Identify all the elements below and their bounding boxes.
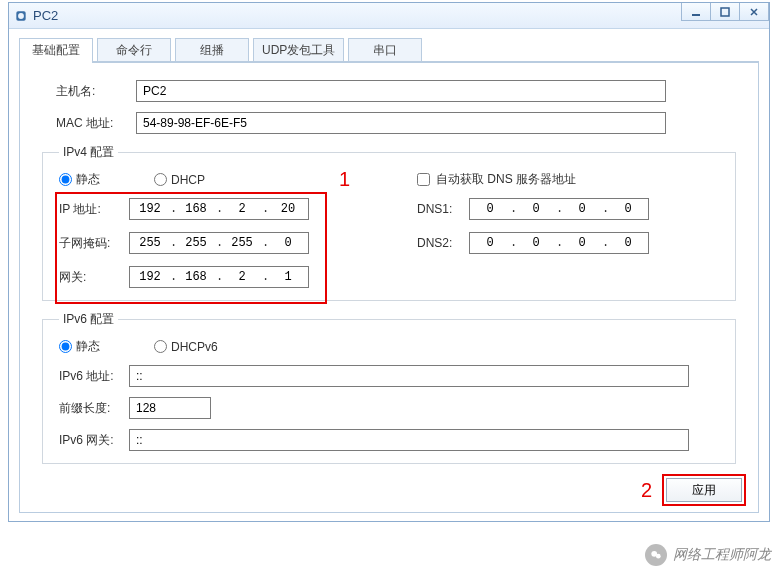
tab-strip: 基础配置 命令行 组播 UDP发包工具 串口 xyxy=(19,38,759,63)
mac-input[interactable] xyxy=(136,112,666,134)
ipv6-legend: IPv6 配置 xyxy=(59,311,118,328)
ipv6-addr-input[interactable] xyxy=(129,365,689,387)
watermark-text: 网络工程师阿龙 xyxy=(673,546,771,564)
gw-label: 网关: xyxy=(59,269,129,286)
dns1-input[interactable]: . . . xyxy=(469,198,649,220)
tab-udp[interactable]: UDP发包工具 xyxy=(253,38,344,62)
ipv4-static-radio[interactable]: 静态 xyxy=(59,171,100,188)
ipv4-grid: 1 IP 地址: . . . 子网掩码: xyxy=(59,198,719,288)
svg-point-3 xyxy=(656,554,661,559)
auto-dns-check[interactable]: 自动获取 DNS 服务器地址 xyxy=(417,171,576,188)
ipv4-group: IPv4 配置 静态 DHCP 自动获取 DNS 服务器地址 xyxy=(42,144,736,301)
dns2-input[interactable]: . . . xyxy=(469,232,649,254)
tab-multicast[interactable]: 组播 xyxy=(175,38,249,62)
mask-input[interactable]: . . . xyxy=(129,232,309,254)
maximize-button[interactable] xyxy=(710,3,740,21)
app-icon xyxy=(13,8,29,24)
ip-label: IP 地址: xyxy=(59,201,129,218)
ipv4-legend: IPv4 配置 xyxy=(59,144,118,161)
ipv6-prefix-input[interactable] xyxy=(129,397,211,419)
mac-label: MAC 地址: xyxy=(56,115,136,132)
svg-rect-0 xyxy=(692,14,700,16)
app-window: PC2 基础配置 命令行 组播 UDP发包工具 串口 主机名: xyxy=(8,2,770,522)
ipv6-gw-label: IPv6 网关: xyxy=(59,432,129,449)
tab-basic[interactable]: 基础配置 xyxy=(19,38,93,62)
marker-1: 1 xyxy=(339,168,350,191)
wechat-icon xyxy=(645,544,667,566)
client-area: 基础配置 命令行 组播 UDP发包工具 串口 主机名: MAC 地址: IPv4… xyxy=(9,29,769,521)
title-bar: PC2 xyxy=(9,3,769,29)
ipv6-group: IPv6 配置 静态 DHCPv6 IPv6 地址: 前缀长 xyxy=(42,311,736,464)
panel-basic: 主机名: MAC 地址: IPv4 配置 静态 DHCP xyxy=(19,61,759,513)
ipv6-dhcp-radio[interactable]: DHCPv6 xyxy=(154,340,218,354)
close-button[interactable] xyxy=(739,3,769,21)
marker-2: 2 xyxy=(641,479,652,502)
ip-input[interactable]: . . . xyxy=(129,198,309,220)
svg-rect-1 xyxy=(721,8,729,16)
ipv6-gw-input[interactable] xyxy=(129,429,689,451)
ipv6-addr-label: IPv6 地址: xyxy=(59,368,129,385)
window-title: PC2 xyxy=(33,8,58,23)
apply-button[interactable]: 应用 xyxy=(666,478,742,502)
ipv6-prefix-label: 前缀长度: xyxy=(59,400,129,417)
dns1-label: DNS1: xyxy=(417,202,469,216)
window-buttons xyxy=(682,3,769,23)
mask-label: 子网掩码: xyxy=(59,235,129,252)
ipv6-static-radio[interactable]: 静态 xyxy=(59,338,100,355)
tab-cli[interactable]: 命令行 xyxy=(97,38,171,62)
host-input[interactable] xyxy=(136,80,666,102)
dns2-label: DNS2: xyxy=(417,236,469,250)
watermark: 网络工程师阿龙 xyxy=(645,544,771,566)
host-label: 主机名: xyxy=(56,83,136,100)
gw-input[interactable]: . . . xyxy=(129,266,309,288)
tab-serial[interactable]: 串口 xyxy=(348,38,422,62)
ipv4-dhcp-radio[interactable]: DHCP xyxy=(154,173,205,187)
minimize-button[interactable] xyxy=(681,3,711,21)
